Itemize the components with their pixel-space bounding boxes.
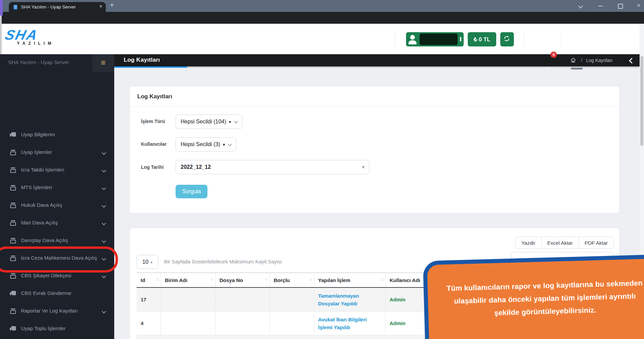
cell-islem-link[interactable]: Avukat İban Bilgileri İşlemi Yapıldı [314, 312, 385, 335]
kullanicilar-label: Kullanıcılar [141, 141, 166, 147]
sidebar-item-tum-dosyalar[interactable]: Tüm Uyap Dosyaları Çekme [0, 338, 114, 339]
redacted-text [420, 34, 458, 45]
chevron-down-icon [102, 186, 106, 190]
divider [130, 106, 619, 106]
caret-down-icon: ▾ [229, 119, 231, 124]
uyap-session-button[interactable] [406, 32, 464, 46]
sidebar-item-label: İdari Dava Açılış [21, 220, 58, 225]
chevron-down-icon [102, 309, 106, 314]
tab-close-icon[interactable]: × [99, 3, 102, 9]
print-button[interactable]: Yazdir [515, 237, 541, 249]
page-size-value: 10 [142, 259, 148, 265]
sidebar-item-cbs-evrak[interactable]: CBS Evrak Gönderme [0, 285, 114, 302]
browser-tab[interactable]: SHA Yazılım - Uyap Server × [9, 2, 106, 12]
column-header-yapilan-islem[interactable]: Yapılan İşlem↑↓ [314, 273, 385, 288]
header-separator [395, 31, 395, 47]
islem-turu-value: Hepsi Secildi (104) [181, 119, 226, 124]
caret-down-icon: ▾ [223, 142, 225, 147]
home-icon[interactable] [570, 57, 576, 64]
scrollbar-thumb[interactable] [640, 56, 643, 146]
text-fragment [460, 37, 461, 41]
sidebar-item-label: Uyap Toplu İşlemler [21, 325, 65, 331]
chevron-down-icon [102, 274, 106, 278]
sort-icon[interactable]: ↑↓ [211, 277, 213, 281]
sort-icon[interactable]: ↑↓ [381, 277, 383, 281]
browser-url-bar: ← → ⚠ Güvenli değil | yapServer/LogKayit… [0, 12, 644, 24]
column-header-id[interactable]: Id↑↓ [137, 273, 161, 288]
chevron-down-icon [102, 221, 106, 225]
topbar-divider [187, 66, 644, 68]
page-size-select[interactable]: 10▾ [137, 255, 158, 269]
window-close-button[interactable]: × [637, 2, 641, 9]
breadcrumb-separator: / [581, 57, 582, 63]
sidebar-item-label: Raporlar Ve Log Kayıtları [21, 308, 78, 314]
sha-logo[interactable]: SHA YAZILIM [5, 28, 54, 46]
annotation-callout: Tüm kullanıcıların rapor ve log kayıtlar… [423, 254, 644, 339]
sidebar-item-idari-dava[interactable]: İdari Dava Açılış [0, 214, 114, 232]
column-header-dosya-no[interactable]: Dosya No↑↓ [215, 273, 269, 288]
tab-title: SHA Yazılım - Uyap Server [21, 4, 76, 9]
balance-label: 0 TL [479, 36, 490, 42]
sorgula-button[interactable]: Sorgula [176, 185, 207, 198]
filter-card-title: Log Kayıtları [137, 93, 172, 100]
column-header-birim-adi[interactable]: Birim Adı↑↓ [161, 273, 215, 288]
breadcrumb-current[interactable]: Log Kayıtları [586, 58, 613, 63]
archive-icon [10, 167, 16, 173]
cell-borclu [269, 335, 314, 339]
page-size-hint: Bir Sayfada Gosterilebilecek Maksimum Ka… [164, 259, 282, 264]
browser-tab-bar: SHA Yazılım - Uyap Server × + × [0, 0, 644, 12]
content-top-bar: Log Kayıtları / Log Kayıtları [114, 54, 644, 66]
sidebar-item-hukuk-dava[interactable]: Hukuk Dava Açılış [0, 197, 114, 214]
column-header-borclu[interactable]: Borçlu↑↓ [269, 273, 314, 288]
hand-icon [11, 132, 16, 137]
sidebar-item-label: Uyap Bilgilerim [21, 132, 55, 137]
sidebar-item-uyap-toplu[interactable]: Uyap Toplu İşlemler [0, 320, 114, 338]
sidebar-item-label: Danıştay Dava Açılış [21, 237, 68, 243]
site-favicon-icon [14, 5, 17, 9]
kullanicilar-select[interactable]: Hepsi Secildi (3)▾ [176, 137, 236, 152]
cell-borclu [269, 312, 314, 335]
refresh-button[interactable] [500, 32, 514, 46]
archive-icon [10, 273, 16, 279]
cell-islem-link[interactable]: Avukat İban Bilgileri İşlemi Yapıldı [314, 335, 385, 339]
sidebar-item-icra-takibi[interactable]: İcra Takibi İşlemleri [0, 161, 114, 179]
chevron-down-icon [228, 142, 232, 146]
sidebar-item-uyap-bilgilerim[interactable]: Uyap Bilgilerim [0, 126, 114, 144]
tab-search-chevron-icon[interactable] [578, 4, 583, 8]
collapse-panel-chevron-icon[interactable] [629, 58, 635, 64]
sort-icon[interactable]: ↑↓ [265, 277, 267, 281]
cell-dosya-no [215, 312, 269, 335]
sidebar-item-label: CBS Şikayet Dilekçesi [21, 273, 71, 278]
sidebar-title: SHA Yazılım - Uyap Server [8, 59, 69, 65]
window-minimize-button[interactable] [598, 6, 603, 6]
hamburger-icon: ≡ [92, 54, 114, 71]
sort-icon[interactable]: ↑↓ [309, 277, 312, 281]
chevron-down-icon [234, 119, 238, 123]
sidebar-toggle-button[interactable]: ≡ [92, 54, 114, 72]
sidebar-item-mts-islemleri[interactable]: MTS İşlemleri [0, 179, 114, 197]
header-separator [561, 31, 562, 47]
sort-icon[interactable]: ↑↓ [156, 277, 159, 281]
archive-icon [10, 220, 16, 226]
hand-icon [11, 291, 16, 295]
cell-id: 3 [137, 335, 161, 339]
balance-button[interactable]: ₺ 0 TL [468, 32, 496, 46]
callout-text: Tüm kullanıcıların rapor ve log kayıtlar… [445, 277, 644, 321]
islem-turu-select[interactable]: Hepsi Secildi (104)▾ [176, 115, 242, 129]
refresh-icon [503, 35, 510, 42]
log-tarihi-select[interactable]: 2022_12_12 ▾ [176, 160, 369, 174]
excel-export-button[interactable]: Excel Aktar [541, 237, 579, 249]
new-tab-button[interactable]: + [110, 1, 114, 9]
cell-borclu [269, 287, 314, 312]
window-maximize-button[interactable] [618, 4, 623, 9]
sidebar-item-uyap-islemler[interactable]: Uyap İşlemler [0, 144, 114, 161]
sidebar-item-label: İcra Takibi İşlemleri [21, 167, 64, 173]
cell-islem-link[interactable]: Tamamlanmayan Dosyalar Yapıldı [314, 287, 385, 312]
pdf-export-button[interactable]: PDF Aktar [579, 237, 614, 249]
log-tarihi-label: Log Tarihi [141, 164, 164, 170]
caret-down-icon: ▾ [150, 260, 153, 265]
log-tarihi-value: 2022_12_12 [181, 164, 211, 170]
cell-birim-adi [161, 335, 215, 339]
chevron-down-icon [102, 168, 106, 173]
sidebar-item-raporlar-log[interactable]: Raporlar Ve Log Kayıtları [0, 302, 114, 320]
